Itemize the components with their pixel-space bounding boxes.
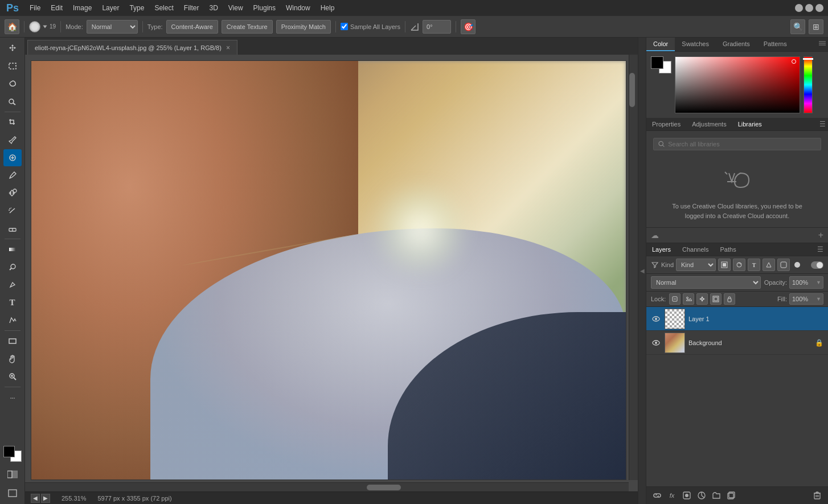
tab-libraries[interactable]: Libraries — [732, 118, 768, 130]
lock-all-btn[interactable] — [724, 293, 735, 305]
next-nav-button[interactable]: ▶ — [41, 494, 50, 503]
sample-all-layers-checkbox[interactable] — [341, 23, 348, 30]
menu-layer[interactable]: Layer — [97, 2, 124, 14]
fill-chevron[interactable]: ▼ — [816, 296, 821, 302]
scroll-thumb-v[interactable] — [629, 73, 635, 107]
layer-mode-select[interactable]: Normal Multiply Screen Overlay — [651, 276, 761, 289]
content-aware-button[interactable]: Content-Aware — [166, 20, 218, 34]
properties-panel-menu[interactable]: ☰ — [817, 118, 828, 130]
libraries-search-input[interactable] — [668, 141, 816, 147]
eraser-tool[interactable] — [3, 220, 22, 237]
menu-edit[interactable]: Edit — [46, 2, 67, 14]
close-button[interactable] — [815, 4, 823, 12]
menu-file[interactable]: File — [25, 2, 45, 14]
marquee-tool[interactable] — [3, 58, 22, 75]
menu-filter[interactable]: Filter — [179, 2, 204, 14]
lock-image-btn[interactable] — [683, 293, 694, 305]
pixel-filter-btn[interactable] — [718, 259, 731, 271]
tab-layers[interactable]: Layers — [646, 243, 677, 256]
tab-channels[interactable]: Channels — [677, 243, 714, 256]
scroll-thumb-h[interactable] — [367, 485, 401, 490]
fg-bg-color-swatches[interactable] — [651, 56, 671, 73]
home-button[interactable]: 🏠 — [5, 19, 19, 34]
zoom-tool[interactable] — [3, 368, 22, 385]
canvas-scroll-area[interactable] — [25, 55, 638, 491]
menu-image[interactable]: Image — [68, 2, 96, 14]
more-tools-button[interactable]: ··· — [3, 389, 22, 406]
mode-select[interactable]: Normal Replace Multiply — [87, 20, 138, 34]
tab-gradients[interactable]: Gradients — [716, 38, 757, 51]
spot-healing-tool[interactable] — [3, 149, 22, 166]
rectangle-shape-tool[interactable] — [3, 333, 22, 350]
quick-mask-button[interactable] — [3, 466, 22, 483]
menu-3d[interactable]: 3D — [204, 2, 222, 14]
delete-layer-button[interactable] — [811, 489, 823, 502]
tab-adjustments[interactable]: Adjustments — [686, 118, 732, 130]
eyedropper-tool[interactable] — [3, 132, 22, 149]
kind-select[interactable]: Kind Name Effect — [676, 259, 716, 271]
menu-window[interactable]: Window — [281, 2, 315, 14]
menu-help[interactable]: Help — [316, 2, 339, 14]
create-texture-button[interactable]: Create Texture — [222, 20, 273, 34]
dodge-tool[interactable] — [3, 259, 22, 276]
search-toolbar-button[interactable]: 🔍 — [790, 19, 805, 34]
screen-mode-button[interactable] — [3, 485, 22, 502]
background-visibility-toggle[interactable] — [651, 338, 661, 348]
layer-row-layer1[interactable]: Layer 1 — [646, 307, 828, 331]
libraries-add-button[interactable]: + — [818, 230, 823, 240]
shape-filter-btn[interactable] — [763, 259, 775, 271]
fx-button[interactable]: fx — [666, 489, 678, 502]
adjustment-button[interactable] — [695, 489, 708, 502]
tab-properties[interactable]: Properties — [646, 118, 686, 130]
link-layers-button[interactable] — [651, 489, 663, 502]
brush-tool[interactable] — [3, 167, 22, 184]
lasso-tool[interactable] — [3, 75, 22, 92]
lock-artboard-btn[interactable] — [710, 293, 722, 305]
tab-patterns[interactable]: Patterns — [757, 38, 794, 51]
angle-input[interactable] — [423, 20, 451, 34]
path-selection-tool[interactable] — [3, 312, 22, 329]
foreground-background-colors[interactable] — [3, 446, 22, 462]
foreground-color[interactable] — [3, 446, 15, 457]
menu-select[interactable]: Select — [150, 2, 178, 14]
tab-paths[interactable]: Paths — [715, 243, 742, 256]
canvas-tab[interactable]: eliott-reyna-jCEpN62oWL4-unsplash.jpg @ … — [27, 40, 237, 55]
history-brush-tool[interactable] — [3, 202, 22, 219]
new-layer-button[interactable] — [725, 489, 737, 502]
foreground-color-swatch[interactable] — [651, 56, 663, 69]
menu-type[interactable]: Type — [125, 2, 149, 14]
tab-color[interactable]: Color — [646, 38, 675, 51]
lock-position-btn[interactable] — [696, 293, 708, 305]
type-filter-btn[interactable]: T — [748, 259, 760, 271]
horizontal-scrollbar[interactable] — [25, 482, 629, 491]
crop-tool[interactable] — [3, 114, 22, 131]
move-tool[interactable] — [3, 40, 22, 57]
text-tool[interactable]: T — [3, 294, 22, 311]
color-gradient-field[interactable] — [675, 56, 800, 113]
pen-tool[interactable] — [3, 276, 22, 293]
maximize-button[interactable] — [805, 4, 813, 12]
color-picker-dot[interactable] — [792, 59, 796, 64]
libraries-cloud-icon[interactable]: ☁ — [651, 231, 659, 240]
smartobj-filter-btn[interactable] — [777, 259, 790, 271]
close-tab-button[interactable]: × — [226, 44, 230, 52]
quick-select-tool[interactable] — [3, 93, 22, 110]
layers-panel-menu[interactable]: ☰ — [813, 243, 828, 256]
proximity-match-button[interactable]: Proximity Match — [276, 20, 331, 34]
group-layers-button[interactable] — [710, 489, 723, 502]
gradient-tool[interactable] — [3, 241, 22, 258]
prev-nav-button[interactable]: ◀ — [31, 494, 40, 503]
vertical-scrollbar[interactable] — [629, 55, 638, 480]
adjustment-filter-btn[interactable] — [733, 259, 745, 271]
minimize-button[interactable] — [795, 4, 803, 12]
clone-stamp-tool[interactable] — [3, 185, 22, 202]
mask-button[interactable] — [681, 489, 693, 502]
layer-row-background[interactable]: Background 🔒 — [646, 331, 828, 355]
hand-tool[interactable] — [3, 350, 22, 367]
color-hue-strip[interactable] — [804, 56, 813, 113]
opacity-chevron[interactable]: ▼ — [816, 280, 821, 285]
menu-plugins[interactable]: Plugins — [249, 2, 280, 14]
layer1-visibility-toggle[interactable] — [651, 314, 661, 324]
target-button[interactable]: 🎯 — [461, 19, 476, 34]
menu-view[interactable]: View — [224, 2, 248, 14]
